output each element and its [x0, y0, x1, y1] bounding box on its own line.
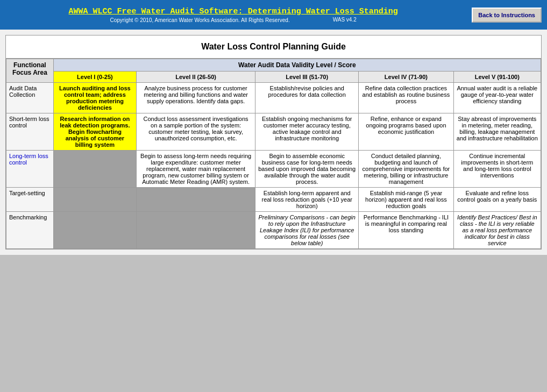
long-term-level-i-cell: [53, 151, 136, 188]
header-title: AWWA WLCC Free Water Audit Software: Det…: [69, 7, 398, 16]
audit-level-v-cell: Annual water audit is a reliable gauge o…: [453, 83, 541, 113]
short-term-level-v-cell: Stay abreast of improvements in metering…: [453, 113, 541, 151]
level-v-header: Level V (91-100): [453, 72, 541, 83]
target-level-iv-cell: Establish mid-range (5 year horizon) app…: [359, 188, 453, 212]
long-term-level-ii-cell: Begin to assess long-term needs requirin…: [137, 151, 255, 188]
header-title-link: Determining Water Loss Standing: [248, 7, 398, 16]
validity-header-row: FunctionalFocus Area Water Audit Data Va…: [6, 59, 541, 72]
validity-header: Water Audit Data Validity Level / Score: [53, 59, 541, 72]
target-level-v-cell: Evaluate and refine loss control goals o…: [453, 188, 541, 212]
table-row: Long-term loss control Begin to assess l…: [6, 151, 541, 188]
functional-focus-header: FunctionalFocus Area: [6, 59, 54, 83]
level-iv-header: Level IV (71-90): [359, 72, 453, 83]
long-term-level-v-cell: Continue incremental improvements in sho…: [453, 151, 541, 188]
short-term-level-iv-cell: Refine, enhance or expand ongoing progra…: [359, 113, 453, 151]
target-level-i-cell: [53, 188, 136, 212]
benchmarking-level-v-cell: Identify Best Practices/ Best in class -…: [453, 212, 541, 249]
short-term-level-i-cell: Research information on leak detection p…: [53, 113, 136, 151]
long-term-label-link[interactable]: Long-term loss control: [9, 153, 48, 166]
long-term-label: Long-term loss control: [6, 151, 54, 188]
main-content: Water Loss Control Planning Guide Functi…: [0, 30, 547, 255]
table-row: Audit Data Collection Launch auditing an…: [6, 83, 541, 113]
benchmarking-level-iv-cell: Performance Benchmarking - ILI is meanin…: [359, 212, 453, 249]
audit-level-ii-cell: Analyze business process for customer me…: [137, 83, 255, 113]
header-version: WAS v4.2: [333, 17, 357, 23]
short-term-label: Short-term loss control: [6, 113, 54, 151]
short-term-level-ii-cell: Conduct loss assessment investigations o…: [137, 113, 255, 151]
back-to-instructions-button[interactable]: Back to Instructions: [472, 8, 542, 23]
page-title: Water Loss Control Planning Guide: [6, 35, 541, 59]
header-title-prefix: AWWA WLCC Free Water Audit Software:: [69, 7, 248, 16]
table-row: Target-setting Establish long-term appar…: [6, 188, 541, 212]
benchmarking-level-iii-cell: Preliminary Comparisons - can begin to r…: [255, 212, 359, 249]
level-ii-header: Level II (26-50): [137, 72, 255, 83]
benchmarking-label: Benchmarking: [6, 212, 54, 249]
long-term-level-iv-cell: Conduct detailed planning, budgeting and…: [359, 151, 453, 188]
level-header-row: Level I (0-25) Level II (26-50) Level II…: [6, 72, 541, 83]
header-title-area: AWWA WLCC Free Water Audit Software: Det…: [0, 0, 466, 30]
level-i-header: Level I (0-25): [53, 72, 136, 83]
header-subtitle: Copyright © 2010, American Water Works A…: [110, 17, 289, 23]
long-term-level-iii-cell: Begin to assemble economic business case…: [255, 151, 359, 188]
target-level-ii-cell: [137, 188, 255, 212]
target-setting-label: Target-setting: [6, 188, 54, 212]
audit-level-iv-cell: Refine data collection practices and est…: [359, 83, 453, 113]
short-term-level-iii-cell: Establish ongoing mechanisms for custome…: [255, 113, 359, 151]
audit-level-iii-cell: Establish/revise policies and procedures…: [255, 83, 359, 113]
audit-level-i-cell: Launch auditing and loss control team; a…: [53, 83, 136, 113]
table-container: Water Loss Control Planning Guide Functi…: [5, 35, 542, 250]
table-row: Short-term loss control Research informa…: [6, 113, 541, 151]
audit-data-label: Audit Data Collection: [6, 83, 54, 113]
header: AWWA WLCC Free Water Audit Software: Det…: [0, 0, 547, 30]
header-subtitle-row: Copyright © 2010, American Water Works A…: [110, 16, 356, 23]
planning-table: FunctionalFocus Area Water Audit Data Va…: [6, 59, 541, 249]
table-row: Benchmarking Preliminary Comparisons - c…: [6, 212, 541, 249]
level-iii-header: Level III (51-70): [255, 72, 359, 83]
benchmarking-level-ii-cell: [137, 212, 255, 249]
benchmarking-level-i-cell: [53, 212, 136, 249]
header-button-area: Back to Instructions: [466, 0, 547, 30]
target-level-iii-cell: Establish long-term apparent and real lo…: [255, 188, 359, 212]
